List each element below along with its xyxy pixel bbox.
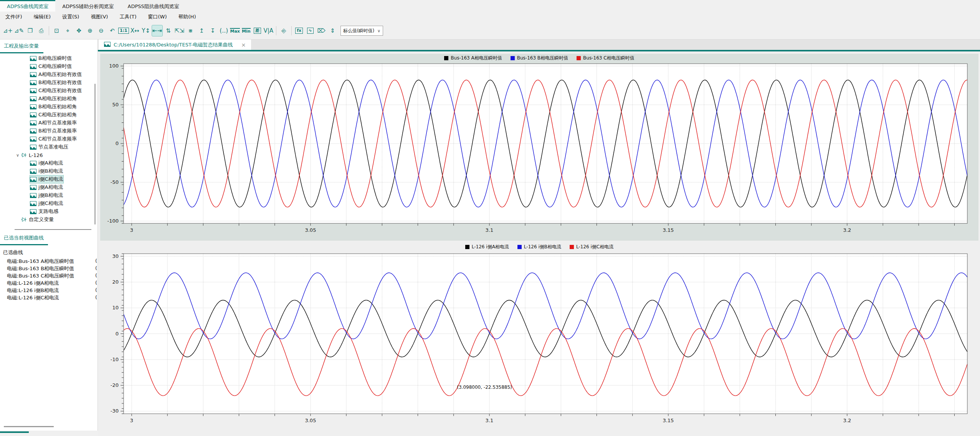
toolbar-sort-curves-button[interactable]: ⇕ — [327, 25, 338, 36]
toolbar-export-data-button[interactable]: ↥ — [197, 25, 207, 36]
toolbar-fit-page-button[interactable]: ⇱⇲ — [174, 25, 185, 36]
toolbar-import-data-button[interactable]: ↧ — [208, 25, 218, 36]
close-tab-icon[interactable]: × — [241, 42, 246, 48]
toolbar-y-scale-button[interactable]: Y↕ — [141, 25, 151, 36]
toolbar-shrink-view-button[interactable]: ⋇ — [185, 25, 196, 36]
tree-item-B相电压初始相角[interactable]: B相电压初始相角 — [30, 103, 77, 111]
window-tab-0[interactable]: ADPSS曲线阅览室 — [0, 0, 55, 12]
document-tab[interactable]: C:/Users/101288/Desktop/TEST-电磁暂态结果曲线 × — [99, 40, 251, 50]
sidebar-splitter[interactable] — [15, 229, 91, 230]
tree-item-A相电压初始有效值[interactable]: A相电压初始有效值 — [30, 71, 82, 78]
tree-item-i侧B相电流[interactable]: i侧B相电流 — [30, 167, 63, 175]
tree-item-节点基准电压[interactable]: 节点基准电压 — [30, 143, 68, 151]
tree-item-i侧A相电流[interactable]: i侧A相电流 — [30, 159, 63, 167]
document-tab-path: C:/Users/101288/Desktop/TEST-电磁暂态结果曲线 — [114, 41, 233, 48]
toolbar-separator — [49, 26, 49, 35]
toolbar-measure-cursor-button[interactable]: ⌖ — [63, 25, 73, 36]
min-icon: Min — [242, 28, 251, 34]
tree-item-label: L-126 — [29, 152, 43, 158]
toolbar-zoom-out-button[interactable]: ⊖ — [96, 25, 106, 36]
fit-page-icon: ⇱⇲ — [175, 27, 184, 34]
selected-curve-item[interactable]: 电磁:Bus-163 A相电压瞬时值( — [0, 258, 98, 265]
toolbar-unit-convert-button[interactable]: V|A — [263, 25, 274, 36]
tree-item-C相电压初始相角[interactable]: C相电压初始相角 — [30, 111, 77, 119]
svg-text:100: 100 — [109, 63, 119, 69]
selected-curve-item[interactable]: 电磁:L-126 i侧A相电流( — [0, 279, 98, 287]
tree-item-支路电感[interactable]: 支路电感 — [30, 208, 58, 215]
selected-curve-clipped-value: ( — [95, 272, 97, 278]
toolbar-undo-button[interactable]: ↶ — [107, 25, 117, 36]
tree-item-B相节点基准频率[interactable]: B相节点基准频率 — [30, 127, 77, 135]
tree-item-label: C相电压瞬时值 — [38, 63, 72, 70]
svg-text:-100: -100 — [107, 218, 119, 224]
tree-item-C相电压瞬时值[interactable]: C相电压瞬时值 — [30, 63, 72, 70]
tree-item-C相节点基准频率[interactable]: C相节点基准频率 — [30, 135, 77, 143]
toolbar-difference-button[interactable]: 差 — [252, 25, 263, 36]
toolbar-wave-calc-button[interactable]: ∿ — [305, 25, 316, 36]
voltage-chart-panel[interactable]: Bus-163 A相电压瞬时值Bus-163 B相电压瞬时值Bus-163 C相… — [100, 54, 978, 241]
selected-curve-item[interactable]: 电磁:Bus-163 B相电压瞬时值( — [0, 265, 98, 272]
window-tab-1[interactable]: ADPSS辅助分析阅览室 — [55, 0, 121, 12]
tree-scrollbar-thumb[interactable] — [94, 84, 96, 225]
curve-icon — [30, 129, 36, 134]
selected-list-hscrollbar[interactable] — [4, 426, 54, 427]
current-chart-panel[interactable]: L-126 i侧A相电流L-126 i侧B相电流L-126 i侧C相电流33.0… — [100, 243, 978, 428]
toolbar-x-scale-button[interactable]: X↔ — [130, 25, 140, 36]
chart-canvas[interactable]: 33.053.13.153.23020100-10-20-30(3.098000… — [100, 243, 978, 428]
svg-text:3.2: 3.2 — [843, 418, 851, 423]
window-tab-2[interactable]: ADPSS阻抗曲线阅览室 — [121, 0, 186, 12]
toolbar-probe-button[interactable]: ⎆ — [279, 25, 289, 36]
menu-item-0[interactable]: 文件(F) — [4, 13, 28, 20]
scale-mode-dropdown[interactable]: 标么值(瞬时值)∨ — [340, 26, 383, 36]
toolbar-clear-curves-button[interactable]: ⌦ — [316, 25, 327, 36]
toolbar-fit-width-button[interactable]: ⇤⇥ — [152, 25, 162, 36]
toolbar-actual-scale-button[interactable]: 1:1 — [118, 25, 129, 36]
tree-item-自定义变量[interactable]: 自定义变量 — [15, 216, 54, 223]
toolbar-edit-plot-button[interactable]: ⊿✎ — [14, 25, 24, 36]
toolbar-fit-height-button[interactable]: ⇅ — [163, 25, 174, 36]
tab-selected-view-curves[interactable]: 已选当前视图曲线 — [0, 231, 44, 244]
selected-curve-item[interactable]: 电磁:L-126 i侧C相电流( — [0, 294, 98, 301]
tree-item-A相节点基准频率[interactable]: A相节点基准频率 — [30, 119, 77, 127]
curve-icon — [30, 193, 36, 198]
tree-item-B相电压瞬时值[interactable]: B相电压瞬时值 — [30, 54, 72, 62]
tree-item-label: j侧A相电流 — [38, 184, 63, 191]
toolbar-print-button[interactable]: ⎙ — [36, 25, 46, 36]
function-fx-icon: fx — [295, 28, 303, 34]
toolbar-zoom-region-button[interactable]: ⊡ — [51, 25, 62, 36]
menu-item-5[interactable]: 窗口(W) — [147, 13, 172, 20]
menu-item-6[interactable]: 帮助(H) — [177, 13, 202, 20]
tree-item-B相电压初始有效值[interactable]: B相电压初始有效值 — [30, 79, 82, 86]
tree-item-j侧A相电流[interactable]: j侧A相电流 — [30, 183, 63, 191]
toolbar-zoom-in-button[interactable]: ⊕ — [85, 25, 95, 36]
tree-item-A相电压初始相角[interactable]: A相电压初始相角 — [30, 95, 77, 102]
svg-text:3.15: 3.15 — [663, 227, 674, 233]
tree-item-i侧C相电流[interactable]: i侧C相电流 — [30, 175, 63, 183]
zoom-region-icon: ⊡ — [54, 27, 59, 34]
chart-canvas[interactable]: 33.053.13.153.2100500-50-100 — [100, 54, 978, 241]
tree-item-C相电压初始有效值[interactable]: C相电压初始有效值 — [30, 87, 82, 94]
tree-item-j侧C相电流[interactable]: j侧C相电流 — [30, 200, 63, 207]
menu-item-2[interactable]: 设置(S) — [61, 13, 84, 20]
toolbar-sample-points-button[interactable]: (‥) — [219, 25, 229, 36]
toolbar-open-file-button[interactable]: ❐ — [25, 25, 35, 36]
selected-curve-item[interactable]: 电磁:L-126 i侧B相电流( — [0, 287, 98, 294]
chevron-down-icon[interactable]: ∨ — [15, 153, 21, 158]
tab-project-variables[interactable]: 工程及输出变量 — [0, 40, 39, 53]
tab-project-variables-label: 工程及输出变量 — [0, 43, 39, 50]
tree-item-j侧B相电流[interactable]: j侧B相电流 — [30, 192, 63, 199]
menu-item-4[interactable]: 工具(T) — [118, 13, 142, 20]
toolbar-add-plot-button[interactable]: ⊿+ — [3, 25, 13, 36]
device-icon — [21, 152, 27, 158]
selected-curve-item[interactable]: 电磁:Bus-163 C相电压瞬时值( — [0, 272, 98, 279]
menu-item-1[interactable]: 编辑(E) — [32, 13, 56, 20]
toolbar-min-button[interactable]: Min — [241, 25, 251, 36]
toolbar-function-fx-button[interactable]: fx — [294, 25, 304, 36]
svg-text:3.1: 3.1 — [486, 418, 494, 423]
tree-item-L-126[interactable]: ∨L-126 — [15, 151, 43, 159]
curve-icon — [30, 104, 36, 109]
menu-item-3[interactable]: 视图(V) — [89, 13, 113, 20]
toolbar-pan-button[interactable]: ✥ — [74, 25, 84, 36]
variable-tree: B相电压瞬时值C相电压瞬时值A相电压初始有效值B相电压初始有效值C相电压初始有效… — [0, 54, 96, 228]
toolbar-max-button[interactable]: Max — [230, 25, 240, 36]
